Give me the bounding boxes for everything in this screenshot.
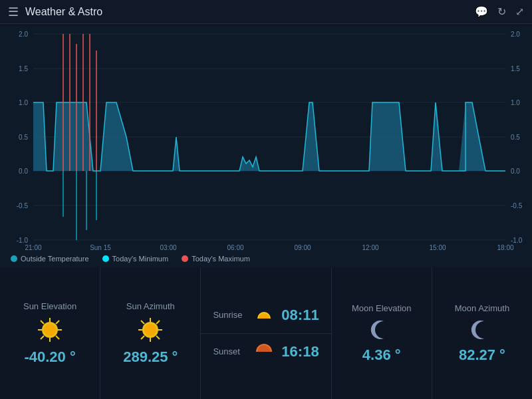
- moon-elevation-value: 4.36 °: [362, 346, 401, 364]
- svg-text:2.0: 2.0: [511, 31, 520, 38]
- svg-text:-0.5: -0.5: [17, 202, 29, 209]
- legend-today-min: Today's Minimum: [102, 255, 169, 263]
- app-header: ☰ Weather & Astro 💬 ↻ ⤢: [0, 0, 532, 24]
- svg-text:0.0: 0.0: [19, 168, 28, 175]
- legend-label-outside-temp: Outside Temperature: [21, 255, 89, 263]
- card-moon-elevation: Moon Elevation 4.36 °: [332, 267, 432, 399]
- svg-text:0.5: 0.5: [511, 134, 520, 141]
- svg-text:0.5: 0.5: [19, 134, 28, 141]
- svg-text:03:00: 03:00: [160, 244, 176, 250]
- svg-text:1.5: 1.5: [19, 65, 28, 72]
- legend-label-today-max: Today's Maximum: [192, 255, 250, 263]
- header-icons: 💬 ↻ ⤢: [475, 5, 524, 18]
- svg-rect-69: [251, 352, 277, 362]
- moon-elevation-title: Moon Elevation: [352, 303, 412, 313]
- sunrise-icon: [251, 305, 277, 325]
- sunset-row: Sunset 16:18: [201, 334, 331, 370]
- svg-text:1.0: 1.0: [511, 99, 520, 106]
- card-sun-times: Sunrise 08:11 Sunset 16:18: [201, 267, 331, 399]
- card-sun-elevation: Sun Elevation -40.20 °: [0, 267, 100, 399]
- sunrise-label: Sunrise: [213, 310, 246, 320]
- menu-icon[interactable]: ☰: [8, 5, 19, 19]
- sun-azimuth-title: Sun Azimuth: [126, 301, 175, 311]
- legend-today-max: Today's Maximum: [182, 255, 250, 263]
- moon-azimuth-icon: [469, 317, 495, 342]
- svg-text:-0.5: -0.5: [511, 202, 523, 209]
- legend-dot-today-max: [182, 255, 188, 262]
- svg-line-61: [141, 336, 144, 339]
- svg-text:2.0: 2.0: [19, 31, 28, 38]
- chart-area: 2.0 1.5 1.0 0.5 0.0 -0.5 -1.0 2.0 1.5 1.…: [0, 24, 532, 267]
- legend-outside-temp: Outside Temperature: [11, 255, 89, 263]
- main-chart: 2.0 1.5 1.0 0.5 0.0 -0.5 -1.0 2.0 1.5 1.…: [0, 24, 532, 250]
- svg-line-50: [56, 321, 59, 324]
- header-left: ☰ Weather & Astro: [8, 5, 102, 19]
- sun-azimuth-value: 289.25 °: [123, 348, 178, 366]
- moon-azimuth-title: Moon Azimuth: [455, 303, 509, 313]
- chat-icon[interactable]: 💬: [475, 5, 488, 18]
- legend-dot-outside-temp: [11, 255, 17, 262]
- svg-point-53: [144, 324, 156, 336]
- moon-elevation-icon: [369, 317, 394, 342]
- sun-elevation-value: -40.20 °: [24, 348, 75, 366]
- sun-azimuth-icon: [136, 315, 165, 344]
- sunset-icon: [251, 342, 277, 362]
- moon-azimuth-value: 82.27 °: [459, 346, 505, 364]
- svg-text:18:00: 18:00: [497, 244, 513, 250]
- sun-elevation-title: Sun Elevation: [23, 301, 76, 311]
- sunrise-value: 08:11: [281, 307, 319, 324]
- svg-text:1.5: 1.5: [511, 65, 520, 72]
- svg-rect-65: [251, 319, 277, 325]
- svg-text:15:00: 15:00: [429, 244, 446, 250]
- svg-text:Sun 15: Sun 15: [90, 244, 111, 250]
- svg-line-49: [56, 336, 59, 339]
- svg-text:1.0: 1.0: [19, 99, 28, 106]
- sunset-label: Sunset: [213, 346, 246, 356]
- svg-text:0.0: 0.0: [511, 168, 520, 175]
- cards-row: Sun Elevation -40.20 ° Sun Azimuth: [0, 267, 532, 399]
- legend-dot-today-min: [102, 255, 109, 262]
- svg-text:-1.0: -1.0: [17, 237, 29, 244]
- svg-line-58: [141, 321, 144, 324]
- sunset-value: 16:18: [281, 343, 319, 360]
- chart-legend: Outside Temperature Today's Minimum Toda…: [0, 250, 532, 267]
- legend-label-today-min: Today's Minimum: [112, 255, 169, 263]
- svg-line-60: [156, 321, 160, 324]
- refresh-icon[interactable]: ↻: [497, 5, 506, 18]
- svg-line-59: [156, 336, 160, 339]
- svg-text:12:00: 12:00: [362, 244, 378, 250]
- svg-text:09:00: 09:00: [294, 244, 311, 250]
- svg-text:21:00: 21:00: [25, 244, 41, 250]
- svg-line-48: [41, 321, 44, 324]
- card-moon-azimuth: Moon Azimuth 82.27 °: [432, 267, 532, 399]
- sun-icon: [35, 315, 65, 344]
- card-sun-azimuth: Sun Azimuth 289.25 °: [100, 267, 201, 399]
- svg-text:06:00: 06:00: [227, 244, 243, 250]
- svg-line-51: [41, 336, 44, 339]
- expand-icon[interactable]: ⤢: [515, 5, 524, 18]
- svg-text:-1.0: -1.0: [511, 237, 523, 244]
- app-title: Weather & Astro: [25, 6, 102, 18]
- sunrise-row: Sunrise 08:11: [201, 297, 331, 334]
- svg-point-43: [44, 324, 56, 336]
